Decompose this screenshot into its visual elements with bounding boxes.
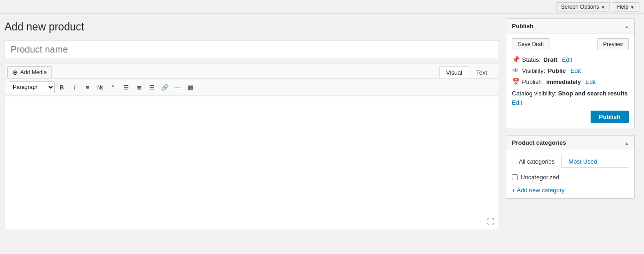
- tab-all-categories[interactable]: All categories: [512, 155, 562, 168]
- top-bar: Screen Options Help: [0, 0, 644, 14]
- calendar-icon: 📅: [512, 78, 519, 85]
- categories-box-header: Product categories: [506, 136, 634, 150]
- unordered-list-button[interactable]: ≡: [81, 81, 93, 93]
- help-label: Help: [617, 4, 628, 10]
- product-categories-box: Product categories All categories Most U…: [506, 135, 635, 199]
- visibility-edit-link[interactable]: Edit: [570, 67, 580, 74]
- catalog-edit-link[interactable]: Edit: [512, 99, 522, 106]
- category-checkbox-uncategorized[interactable]: [512, 174, 518, 180]
- visibility-icon: 👁: [512, 67, 519, 74]
- publish-box-header: Publish: [506, 19, 634, 34]
- expand-editor-button[interactable]: ⛶: [486, 217, 496, 227]
- editor-toolbar-top: ⊕ Add Media Visual Text: [5, 64, 499, 78]
- status-edit-link[interactable]: Edit: [562, 56, 572, 63]
- categories-tabs: All categories Most Used: [512, 155, 629, 168]
- blockquote-button[interactable]: “: [107, 81, 119, 93]
- save-draft-button[interactable]: Save Draft: [512, 38, 550, 50]
- add-media-icon: ⊕: [12, 69, 18, 76]
- visibility-value: Public: [548, 67, 566, 74]
- visibility-label: Visibility:: [522, 67, 545, 74]
- tab-text[interactable]: Text: [469, 66, 494, 78]
- content-area: Add new product ⊕ Add Media Visual Text: [5, 18, 506, 230]
- hr-button[interactable]: —: [172, 81, 184, 93]
- catalog-label: Catalog visibility:: [512, 90, 557, 97]
- publish-time-value: immediately: [546, 78, 581, 85]
- publish-footer: Publish: [512, 111, 629, 123]
- categories-box-body: All categories Most Used Uncategorized +…: [506, 150, 634, 198]
- publish-actions: Save Draft Preview: [512, 38, 629, 50]
- align-center-button[interactable]: ≣: [133, 81, 145, 93]
- editor-wrapper: ⊕ Add Media Visual Text Paragraph Headin…: [5, 64, 499, 230]
- add-media-label: Add Media: [20, 69, 46, 76]
- sidebar: Publish Save Draft Preview 📌 Status: Dra…: [506, 18, 635, 230]
- screen-options-label: Screen Options: [561, 4, 599, 10]
- categories-collapse-icon[interactable]: [625, 140, 629, 146]
- bold-button[interactable]: B: [56, 81, 68, 93]
- publish-time-row: 📅 Publish immediately Edit: [512, 78, 629, 85]
- screen-options-button[interactable]: Screen Options: [556, 2, 610, 12]
- preview-button[interactable]: Preview: [597, 38, 629, 50]
- editor-format-bar: Paragraph Heading 1 Heading 2 Heading 3 …: [5, 78, 499, 96]
- publish-button[interactable]: Publish: [591, 111, 629, 123]
- status-icon: 📌: [512, 56, 519, 63]
- link-button[interactable]: 🔗: [159, 81, 171, 93]
- paragraph-select[interactable]: Paragraph Heading 1 Heading 2 Heading 3 …: [9, 81, 55, 93]
- align-right-button[interactable]: ☰: [146, 81, 158, 93]
- category-label-uncategorized[interactable]: Uncategorized: [521, 174, 559, 181]
- tab-most-used[interactable]: Most Used: [562, 155, 604, 168]
- visibility-row: 👁 Visibility: Public Edit: [512, 67, 629, 74]
- add-media-button[interactable]: ⊕ Add Media: [7, 66, 52, 78]
- status-label: Status:: [522, 56, 540, 63]
- ordered-list-button[interactable]: №: [94, 81, 106, 93]
- status-row: 📌 Status: Draft Edit: [512, 56, 629, 63]
- publish-time-edit-link[interactable]: Edit: [586, 78, 596, 85]
- add-new-category-link[interactable]: + Add new category: [512, 187, 565, 194]
- catalog-visibility-row: Catalog visibility: Shop and search resu…: [512, 89, 629, 107]
- editor-tabs: Visual Text: [439, 66, 494, 78]
- product-name-input[interactable]: [5, 40, 499, 59]
- main-layout: Add new product ⊕ Add Media Visual Text: [0, 14, 644, 235]
- align-left-button[interactable]: ☰: [120, 81, 132, 93]
- publish-box-title: Publish: [512, 23, 534, 30]
- categories-box-title: Product categories: [512, 139, 566, 146]
- editor-body[interactable]: ⛶: [5, 96, 499, 230]
- publish-time-label: Publish: [522, 78, 542, 85]
- status-value: Draft: [543, 56, 557, 63]
- publish-collapse-icon[interactable]: [625, 24, 629, 29]
- category-item-uncategorized: Uncategorized: [512, 172, 629, 182]
- table-button[interactable]: ▦: [185, 81, 197, 93]
- italic-button[interactable]: I: [69, 81, 81, 93]
- help-button[interactable]: Help: [612, 2, 639, 12]
- tab-visual[interactable]: Visual: [439, 66, 469, 78]
- catalog-value: Shop and search results: [558, 90, 627, 97]
- categories-list: Uncategorized: [512, 172, 629, 182]
- publish-box-body: Save Draft Preview 📌 Status: Draft Edit …: [506, 34, 634, 128]
- publish-box: Publish Save Draft Preview 📌 Status: Dra…: [506, 18, 635, 128]
- help-chevron-icon: [630, 4, 634, 10]
- screen-options-chevron-icon: [601, 4, 605, 10]
- page-title: Add new product: [5, 18, 499, 33]
